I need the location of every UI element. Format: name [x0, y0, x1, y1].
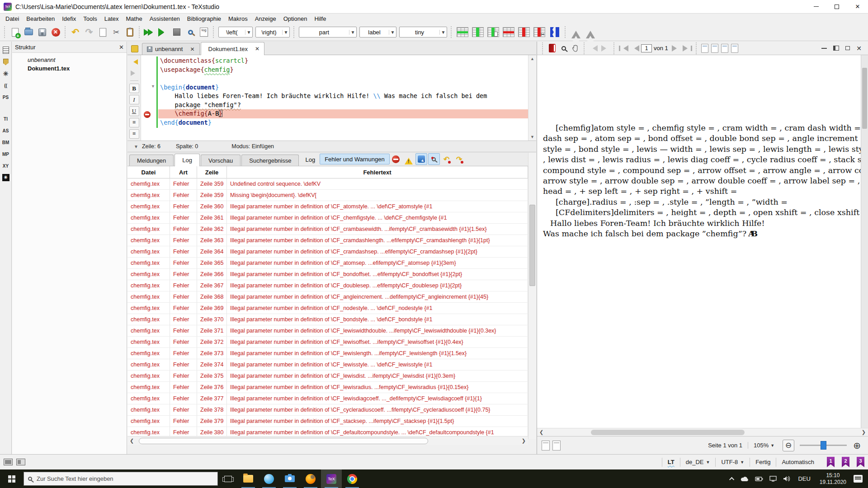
panel-icon-beamer[interactable]: BM: [1, 137, 11, 147]
bold-button[interactable]: B: [129, 84, 139, 93]
code-line[interactable]: \documentclass{scrartcl}: [158, 56, 528, 66]
pdf-close-icon[interactable]: ✕: [856, 45, 862, 52]
left-triangle-button[interactable]: [571, 26, 580, 38]
documents-icon[interactable]: [131, 45, 138, 52]
scroll-up-icon[interactable]: ▲: [530, 55, 534, 62]
taskbar-chrome-button[interactable]: [342, 469, 363, 488]
keyboard-language[interactable]: DEU: [793, 475, 815, 482]
pdf-vscrollbar[interactable]: [861, 55, 868, 428]
close-button[interactable]: ✕: [847, 0, 868, 13]
new-document-button[interactable]: [8, 25, 22, 39]
pdf-zoom-tool-button[interactable]: [558, 43, 570, 54]
sectioning-dropdown[interactable]: part▼: [299, 27, 357, 38]
back-button[interactable]: [129, 57, 139, 66]
log-row[interactable]: chemfig.texFehlerZeile 359Missing \begin…: [127, 190, 528, 201]
panel-icon-structure[interactable]: [1, 45, 11, 55]
editor-vscrollbar[interactable]: ▲ ▼: [528, 55, 536, 141]
right-triangle-button[interactable]: [586, 26, 595, 38]
scroll-left-icon[interactable]: ❮: [127, 438, 136, 444]
page-thumbnail-icon[interactable]: [552, 441, 561, 450]
taskbar-clock[interactable]: 15:10 19.11.2020: [815, 472, 851, 486]
first-page-button[interactable]: [618, 43, 629, 54]
taskbar-firefox-button[interactable]: [300, 469, 321, 488]
log-row[interactable]: chemfig.texFehlerZeile 364Illegal parame…: [127, 246, 528, 258]
log-tab-log[interactable]: Log: [175, 154, 200, 166]
languagetool-status[interactable]: LT: [668, 459, 675, 465]
log-row[interactable]: chemfig.texFehlerZeile 371Illegal parame…: [127, 325, 528, 337]
taskbar-explorer-button[interactable]: [238, 469, 259, 488]
taskbar-search-input[interactable]: Zur Suche Text hier eingeben: [24, 472, 218, 486]
tab-close-icon[interactable]: ✕: [255, 46, 259, 52]
zoom-slider-handle[interactable]: [821, 441, 826, 450]
tab-close-icon[interactable]: ✕: [190, 46, 194, 52]
fit-text-button[interactable]: [721, 44, 728, 53]
save-button[interactable]: [35, 25, 49, 39]
close-document-button[interactable]: ✕: [49, 25, 62, 39]
log-row[interactable]: chemfig.texFehlerZeile 370Illegal parame…: [127, 314, 528, 325]
pdf-vscroll-thumb[interactable]: [862, 68, 867, 129]
log-row[interactable]: chemfig.texFehlerZeile 380Illegal parame…: [127, 427, 528, 436]
zoom-out-button[interactable]: ⊖: [783, 440, 794, 451]
code-line[interactable]: \usepackage{chemfig}: [158, 66, 528, 75]
panel-icon-xy[interactable]: XY: [1, 161, 11, 171]
code-line[interactable]: \chemfig{A-B}: [158, 109, 528, 118]
menu-datei[interactable]: Datei: [2, 14, 23, 23]
log-row[interactable]: chemfig.texFehlerZeile 367Illegal parame…: [127, 280, 528, 291]
zoom-in-button[interactable]: ⊕: [853, 440, 861, 451]
italic-button[interactable]: I: [129, 95, 139, 104]
menu-tools[interactable]: Tools: [80, 14, 100, 23]
bookmark-ribbon-2[interactable]: 2: [842, 457, 849, 467]
pdf-restore-icon[interactable]: [845, 46, 850, 50]
show-badboxes-button[interactable]: [415, 153, 427, 165]
redo-button[interactable]: ↷: [82, 25, 96, 39]
cut-column-button[interactable]: ✂: [533, 27, 545, 37]
pdf-panel-toggle-icon[interactable]: [833, 46, 839, 51]
log-row[interactable]: chemfig.texFehlerZeile 372Illegal parame…: [127, 337, 528, 348]
log-row[interactable]: chemfig.texFehlerZeile 377Illegal parame…: [127, 393, 528, 404]
code-line[interactable]: Hallo liebes Foren-Team! Ich bräuchte wi…: [158, 92, 528, 101]
battery-tray-icon[interactable]: [752, 469, 766, 488]
maximize-button[interactable]: [826, 0, 847, 13]
log-tab-meldungen[interactable]: Meldungen: [129, 155, 174, 166]
add-column-button[interactable]: [472, 27, 484, 37]
dictionary-selector[interactable]: de_DE▼: [680, 458, 716, 467]
scroll-right-icon[interactable]: ❯: [859, 429, 868, 435]
bookmark-ribbon-1[interactable]: 1: [827, 457, 835, 467]
minimize-button[interactable]: [806, 0, 826, 13]
panel-icon-bookmarks[interactable]: [1, 57, 11, 67]
open-button[interactable]: [22, 25, 35, 39]
menu-idefix[interactable]: Idefix: [58, 14, 80, 23]
hscroll-thumb[interactable]: [139, 438, 428, 444]
log-hscrollbar[interactable]: ❮ ❯: [127, 436, 528, 445]
log-row[interactable]: chemfig.texFehlerZeile 360Illegal parame…: [127, 201, 528, 212]
tab-unbenannt[interactable]: unbenannt ✕: [142, 43, 200, 55]
code-line[interactable]: \begin{document}: [158, 83, 528, 92]
tab-dokument1[interactable]: Dokument1.tex ✕: [201, 42, 265, 55]
view-pdf-button[interactable]: [184, 25, 197, 39]
tree-item-dokument1-tex[interactable]: Dokument1.tex: [28, 64, 127, 73]
left-delimiter-dropdown[interactable]: \left(▼: [218, 27, 253, 38]
right-delimiter-dropdown[interactable]: \right)▼: [255, 27, 290, 38]
pdf-hscrollbar[interactable]: ❮ ❯: [537, 428, 868, 436]
fold-marker-icon[interactable]: ▼: [151, 84, 155, 89]
log-row[interactable]: chemfig.texFehlerZeile 379Illegal parame…: [127, 416, 528, 427]
menu-makros[interactable]: Makros: [225, 14, 251, 23]
log-row[interactable]: chemfig.texFehlerZeile 361Illegal parame…: [127, 212, 528, 224]
pdf-hand-tool-button[interactable]: [570, 43, 581, 54]
compile-button[interactable]: [156, 25, 170, 39]
panel-icon-asymptote[interactable]: AS: [1, 126, 11, 136]
underline-button[interactable]: U: [129, 106, 139, 116]
log-row[interactable]: chemfig.texFehlerZeile 374Illegal parame…: [127, 359, 528, 371]
align-right-button[interactable]: ≡: [129, 129, 139, 139]
editor[interactable]: B I U ≡ ≡ ▼ \documentclass{scrartcl}\use…: [127, 55, 536, 141]
panel-icon-metapost[interactable]: MP: [1, 149, 11, 159]
line-ending-selector[interactable]: Automatisch: [776, 458, 820, 467]
code-area[interactable]: \documentclass{scrartcl}\usepackage{chem…: [158, 56, 528, 141]
align-left-button[interactable]: ≡: [129, 118, 139, 127]
column-header-datei[interactable]: Datei: [127, 166, 170, 178]
zoom-level[interactable]: 105%: [748, 442, 770, 449]
undo-button[interactable]: ↶: [69, 25, 82, 39]
column-header-fehlertext[interactable]: Fehlertext: [227, 166, 528, 178]
show-errors-button[interactable]: [390, 153, 402, 165]
log-row[interactable]: chemfig.texFehlerZeile 369Illegal parame…: [127, 303, 528, 314]
